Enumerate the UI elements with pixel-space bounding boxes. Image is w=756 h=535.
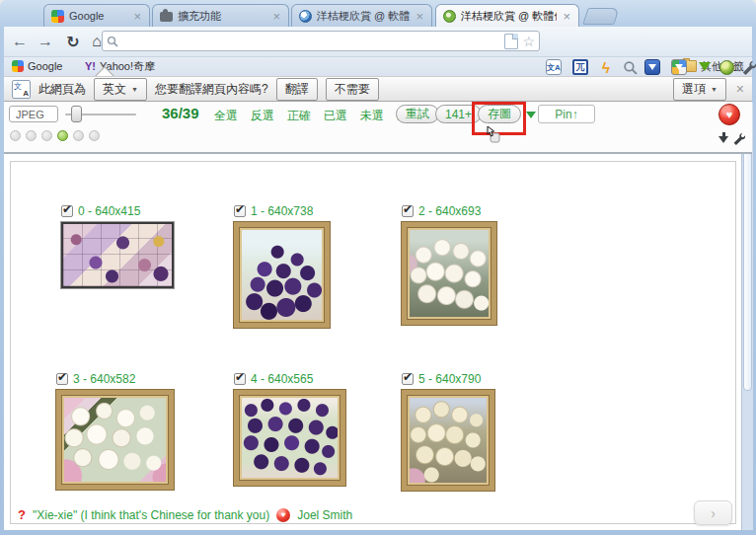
bookmark-star-icon[interactable]: ☆	[522, 35, 535, 48]
tab-title: 洋桔梗欣賞 @ 軟體使用教	[317, 9, 410, 24]
lightning-extension-icon[interactable]: ϟ	[597, 58, 615, 76]
translate-infobar: 文 A 此網頁為 英文 ▼ 您要翻譯網頁內容嗎? 翻譯 不需要 選項 ▼ ×	[4, 76, 752, 102]
emoticon-icon[interactable]	[26, 130, 37, 141]
tab-lisianthus-1[interactable]: 洋桔梗欣賞 @ 軟體使用教 ×	[291, 4, 432, 27]
gallery-image-1[interactable]	[234, 222, 330, 328]
image-caption: 0 - 640x415	[78, 204, 140, 218]
infobar-close-icon[interactable]: ×	[736, 81, 744, 97]
link-select-all[interactable]: 全選	[214, 108, 238, 124]
google-favicon-icon	[51, 10, 64, 23]
emoticon-icon-active[interactable]	[57, 130, 68, 141]
options-button[interactable]: 選項 ▼	[673, 78, 726, 101]
download-extension-icon[interactable]	[643, 58, 661, 76]
search-icon	[107, 36, 118, 47]
checkbox-4[interactable]: ✔	[234, 373, 246, 385]
new-tab-button[interactable]	[582, 8, 620, 25]
page-content: ✔ 0 - 640x415 ✔ 1 - 640x738 ✔ 2 - 640x69…	[4, 154, 752, 530]
bookmarks-bar: Google Y! Yahoo!奇摩 其他書籤	[4, 56, 752, 77]
image-label-5: ✔ 5 - 640x790	[402, 372, 481, 386]
google-favicon-icon	[12, 60, 24, 72]
chevron-down-icon: ▼	[131, 86, 138, 93]
forward-button[interactable]: →	[34, 30, 57, 53]
gallery-image-5[interactable]	[402, 390, 494, 491]
pin-button[interactable]: Pin↑	[538, 105, 595, 123]
next-page-button[interactable]: ›	[694, 500, 732, 525]
link-correct[interactable]: 正確	[287, 108, 311, 124]
link-invert[interactable]: 反選	[251, 108, 274, 124]
checkbox-5[interactable]: ✔	[402, 373, 414, 385]
reload-button[interactable]: ↻	[61, 30, 85, 53]
comment-text: "Xie-xie" (I think that's Chinese for th…	[33, 508, 269, 522]
save-dropdown-icon[interactable]	[526, 112, 536, 123]
favorite-heart-icon[interactable]: ♥	[718, 104, 740, 125]
image-caption: 1 - 640x738	[251, 204, 313, 218]
decline-button[interactable]: 不需要	[326, 78, 379, 101]
yahoo-icon: Y!	[85, 60, 96, 72]
translate-icon: 文 A	[12, 80, 31, 99]
emoticon-row	[10, 130, 100, 141]
checkbox-3[interactable]: ✔	[56, 373, 68, 385]
tab-close-icon[interactable]: ×	[132, 10, 142, 23]
tab-title: 洋桔梗欣賞 @ 軟體使用教	[461, 9, 557, 24]
emoticon-icon[interactable]	[89, 130, 100, 141]
comment-row: ? "Xie-xie" (I think that's Chinese for …	[18, 507, 352, 522]
emoticon-icon[interactable]	[10, 130, 21, 141]
address-input[interactable]	[122, 33, 500, 50]
tab-google[interactable]: Google ×	[43, 4, 150, 27]
back-button[interactable]: ←	[8, 30, 32, 53]
link-unselected[interactable]: 未選	[360, 108, 384, 124]
browser-toolbar: ← → ↻ ⌂ ☆ 文A 兀 ϟ	[4, 27, 752, 57]
bookmark-yahoo[interactable]: Y! Yahoo!奇摩	[85, 58, 155, 74]
tab-lisianthus-2-active[interactable]: 洋桔梗欣賞 @ 軟體使用教 ×	[435, 4, 579, 27]
tab-close-icon[interactable]: ×	[562, 10, 571, 23]
image-label-1: ✔ 1 - 640x738	[234, 204, 313, 218]
bookmark-label: Google	[28, 60, 62, 72]
quality-slider-thumb[interactable]	[71, 106, 82, 122]
image-caption: 4 - 640x565	[251, 372, 313, 386]
wu-extension-icon[interactable]: 兀	[571, 58, 589, 76]
magnifier-extension-icon[interactable]	[621, 58, 639, 76]
checkbox-2[interactable]: ✔	[402, 205, 414, 217]
address-bar[interactable]: ☆	[102, 31, 540, 51]
progress-counter: 36/39	[162, 105, 199, 121]
format-select[interactable]: JPEG	[9, 106, 58, 122]
bookmark-google[interactable]: Google	[12, 58, 62, 74]
gallery-image-4[interactable]	[234, 390, 345, 486]
image-caption: 2 - 640x693	[418, 204, 481, 218]
checkbox-1[interactable]: ✔	[234, 205, 246, 217]
save-image-button[interactable]: 存圖	[478, 105, 521, 123]
gallery-image-2[interactable]	[402, 222, 496, 325]
checkbox-0[interactable]: ✔	[61, 205, 73, 217]
gallery-image-0[interactable]	[61, 222, 174, 288]
tab-title: 擴充功能	[178, 9, 266, 24]
image-label-3: ✔ 3 - 640x582	[56, 372, 135, 386]
zh-glyph: 文	[547, 62, 555, 73]
image-label-0: ✔ 0 - 640x415	[61, 204, 140, 218]
tab-close-icon[interactable]: ×	[271, 10, 281, 23]
tab-title: Google	[69, 10, 127, 22]
link-selected[interactable]: 已選	[324, 108, 347, 124]
page-action-icon[interactable]	[504, 34, 518, 49]
translate-extension-icon[interactable]: 文A	[545, 58, 563, 76]
wrench-icon[interactable]	[739, 58, 756, 76]
puzzle-icon	[160, 12, 173, 22]
translate-button[interactable]: 翻譯	[276, 78, 318, 101]
green-ball-extension-icon[interactable]	[718, 58, 735, 76]
language-select[interactable]: 英文 ▼	[94, 78, 147, 101]
retry-button[interactable]: 重試	[396, 105, 439, 123]
gallery-image-3[interactable]	[56, 390, 174, 490]
small-download-icon[interactable]	[718, 132, 729, 144]
question-marker: ?	[18, 507, 26, 522]
picker-extension-icon[interactable]	[670, 58, 688, 76]
tab-close-icon[interactable]: ×	[415, 10, 424, 23]
page-scrollbar[interactable]	[741, 103, 753, 530]
green-arrow-extension-icon[interactable]	[696, 58, 714, 76]
heart-icon: ♥	[276, 508, 290, 522]
image-label-2: ✔ 2 - 640x693	[402, 204, 481, 218]
infobar-prefix-label: 此網頁為	[38, 81, 86, 98]
emoticon-icon[interactable]	[73, 130, 84, 141]
browser-window: Google × 擴充功能 × 洋桔梗欣賞 @ 軟體使用教 × 洋桔梗欣賞 @ …	[0, 0, 756, 535]
small-wrench-icon[interactable]	[732, 131, 745, 149]
tab-extensions[interactable]: 擴充功能 ×	[152, 4, 289, 27]
emoticon-icon[interactable]	[41, 130, 52, 141]
